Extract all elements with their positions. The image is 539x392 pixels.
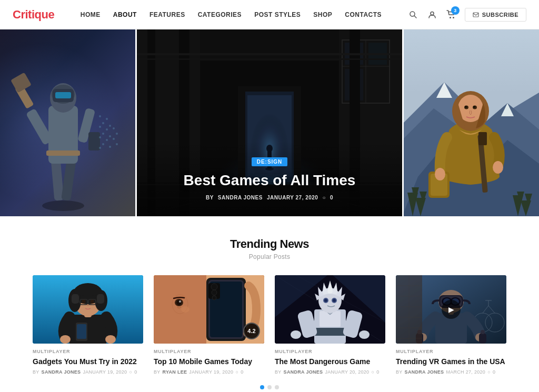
card-1-meta: BY SANDRA JONES JANUARY 19, 2020 ○ 0 (33, 369, 143, 375)
trending-title: Trending News (13, 237, 526, 251)
svg-point-6 (42, 200, 84, 211)
card-2[interactable]: 4.2 MULTIPLAYER Top 10 Mobile Games Toda… (154, 275, 264, 375)
svg-point-92 (473, 106, 475, 108)
svg-point-159 (291, 330, 301, 339)
card-1-title[interactable]: Gadgets You Must Try in 2022 (33, 357, 143, 366)
svg-point-107 (82, 299, 86, 304)
svg-point-108 (91, 299, 94, 304)
card-3[interactable]: MULTIPLAYER The Most Dangerous Game BY S… (275, 275, 385, 375)
card-1-date: JANUARY 19, 2020 (83, 369, 127, 375)
site-header: Critique HOME ABOUT FEATURES CATEGORIES … (0, 0, 539, 29)
trending-section: Trending News Popular Posts (0, 216, 539, 392)
card-4-author: SANDRA JONES (405, 369, 444, 375)
svg-point-96 (493, 161, 503, 174)
cart-icon[interactable]: 3 (446, 9, 456, 20)
card-4-comments: 0 (493, 369, 495, 375)
svg-point-32 (113, 138, 115, 140)
hero-left-panel[interactable] (0, 29, 137, 216)
nav-categories[interactable]: CATEGORIES (198, 11, 242, 18)
hero-category-tag: DE:SIGN (252, 157, 288, 166)
search-icon[interactable] (408, 9, 418, 20)
svg-point-23 (109, 125, 111, 127)
card-4-date: MARCH 27, 2020 (446, 369, 485, 375)
card-3-bg (275, 275, 385, 344)
card-4-title[interactable]: Trending VR Games in the USA (396, 357, 506, 366)
card-4[interactable]: ▶ MULTIPLAYER Trending VR Games in the U… (396, 275, 506, 375)
svg-rect-118 (77, 324, 86, 339)
svg-point-24 (99, 126, 101, 128)
svg-point-28 (109, 135, 111, 137)
card-2-bg: 4.2 (154, 275, 264, 344)
card-1-comment-icon: ○ (129, 369, 132, 375)
card-2-thumb: 4.2 (154, 275, 264, 344)
site-logo[interactable]: Critique (13, 8, 54, 22)
svg-line-1 (414, 16, 416, 18)
svg-rect-115 (72, 294, 79, 304)
trending-subtitle: Popular Posts (13, 253, 526, 260)
svg-point-3 (450, 17, 451, 18)
card-3-meta: BY SANDRA JONES JANUARY 20, 2020 ○ 0 (275, 369, 385, 375)
svg-point-2 (431, 12, 434, 15)
svg-point-120 (105, 335, 116, 344)
header-actions: 3 SUBSCRIBE (408, 8, 526, 22)
card-3-date: JANUARY 20, 2020 (325, 369, 369, 375)
card-4-bg: ▶ (396, 275, 506, 344)
card-1-category: MULTIPLAYER (33, 349, 143, 354)
hero-author: SANDRA JONES (218, 195, 263, 200)
svg-point-4 (453, 17, 454, 18)
hero-slider: DE:SIGN Best Games of All Times BY SANDR… (0, 29, 539, 216)
svg-point-134 (176, 300, 182, 305)
svg-rect-116 (97, 294, 104, 304)
card-4-category: MULTIPLAYER (396, 349, 506, 354)
user-icon[interactable] (427, 9, 437, 20)
svg-rect-15 (88, 132, 100, 150)
dot-1[interactable] (260, 385, 264, 389)
card-1-bg (33, 275, 143, 344)
svg-point-136 (181, 306, 189, 313)
hero-right-panel[interactable] (402, 29, 539, 216)
svg-point-25 (106, 128, 108, 130)
card-1-by: BY (33, 369, 39, 375)
nav-features[interactable]: FEATURES (149, 11, 185, 18)
svg-point-22 (102, 122, 104, 124)
card-1-thumb (33, 275, 143, 344)
svg-point-183 (481, 330, 485, 334)
card-4-play-button[interactable]: ▶ (442, 300, 461, 319)
subscribe-button[interactable]: SUBSCRIBE (465, 8, 526, 22)
svg-rect-143 (313, 328, 347, 336)
card-2-author: RYAN LEE (163, 369, 187, 375)
card-1[interactable]: MULTIPLAYER Gadgets You Must Try in 2022… (33, 275, 143, 375)
card-3-by: BY (275, 369, 282, 375)
svg-point-131 (212, 296, 216, 300)
svg-point-95 (435, 168, 445, 180)
svg-point-21 (106, 118, 108, 120)
hero-center-panel[interactable]: DE:SIGN Best Games of All Times BY SANDR… (137, 29, 402, 216)
card-2-comments: 0 (241, 369, 243, 375)
nav-contacts[interactable]: CONTACTS (345, 11, 382, 18)
svg-rect-10 (46, 150, 80, 156)
svg-rect-5 (473, 13, 478, 17)
svg-point-160 (359, 330, 370, 339)
nav-shop[interactable]: SHOP (313, 11, 332, 18)
svg-point-29 (99, 136, 101, 138)
pagination-dots (13, 385, 526, 389)
hero-left-image (0, 29, 137, 216)
dot-3[interactable] (275, 385, 279, 389)
dot-2[interactable] (267, 385, 272, 389)
hero-right-image (402, 29, 539, 216)
nav-post-styles[interactable]: POST STYLES (254, 11, 301, 18)
svg-point-35 (99, 147, 101, 149)
svg-point-31 (106, 139, 108, 141)
card-3-category: MULTIPLAYER (275, 349, 385, 354)
hero-comment-icon: ○ (322, 195, 326, 200)
card-1-comments: 0 (134, 369, 137, 375)
svg-point-34 (109, 146, 111, 148)
nav-about[interactable]: ABOUT (113, 11, 137, 18)
hero-center-overlay: DE:SIGN Best Games of All Times BY SANDR… (137, 141, 402, 216)
card-2-title[interactable]: Top 10 Mobile Games Today (154, 357, 264, 366)
card-2-meta: BY RYAN LEE JANUARY 19, 2020 ○ 0 (154, 369, 264, 375)
nav-home[interactable]: HOME (81, 11, 101, 18)
cards-grid: MULTIPLAYER Gadgets You Must Try in 2022… (13, 275, 526, 375)
card-2-date: JANUARY 19, 2020 (189, 369, 233, 375)
card-3-title[interactable]: The Most Dangerous Game (275, 357, 385, 366)
